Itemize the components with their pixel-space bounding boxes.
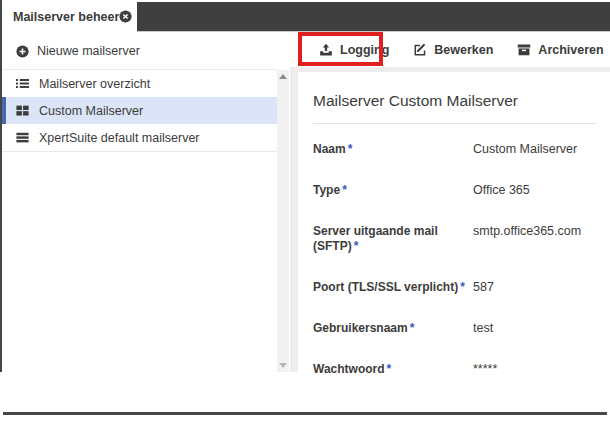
grid-icon: [16, 104, 29, 117]
logging-label: Logging: [340, 43, 389, 57]
logging-button[interactable]: Logging: [307, 33, 401, 67]
tab-close-icon[interactable]: [119, 10, 132, 23]
field-value: Custom Mailserver: [473, 142, 610, 157]
bewerken-label: Bewerken: [434, 43, 493, 57]
field-label: Type*: [313, 183, 473, 198]
field-row-wachtwoord: Wachtwoord* *****: [298, 362, 610, 377]
sidebar-item-xpertsuite-default-mailserver[interactable]: XpertSuite default mailserver: [2, 124, 277, 151]
mailserver-list: Mailserver overzicht Custom Mailserver: [2, 70, 277, 152]
tab-mailserver-beheer[interactable]: Mailserver beheer: [2, 0, 137, 33]
detail-toolbar: Logging Bewerken Archiveren: [298, 33, 610, 67]
new-mailserver-label: Nieuwe mailserver: [37, 44, 140, 58]
bewerken-button[interactable]: Bewerken: [401, 33, 505, 67]
sidebar-item-label: XpertSuite default mailserver: [39, 131, 200, 145]
sidebar: Nieuwe mailserver Mailserver overzicht: [2, 33, 277, 372]
sidebar-item-label: Mailserver overzicht: [39, 77, 150, 91]
field-label: Poort (TLS/SSL verplicht)*: [313, 280, 473, 295]
field-value: test: [473, 321, 610, 336]
field-label: Wachtwoord*: [313, 362, 473, 377]
archiveren-label: Archiveren: [538, 43, 603, 57]
field-label: Server uitgaande mail (SFTP)*: [313, 224, 473, 254]
required-marker: *: [460, 280, 465, 294]
scroll-up-icon[interactable]: [279, 74, 287, 79]
archiveren-button[interactable]: Archiveren: [505, 33, 610, 67]
field-row-gebruikersnaam: Gebruikersnaam* test: [298, 321, 610, 336]
new-mailserver-button[interactable]: Nieuwe mailserver: [2, 33, 277, 70]
sidebar-scrollbar[interactable]: [277, 70, 289, 372]
sidebar-item-label: Custom Mailserver: [39, 104, 143, 118]
scroll-down-icon[interactable]: [279, 363, 287, 368]
field-label: Naam*: [313, 142, 473, 157]
field-value: *****: [473, 362, 610, 377]
mailserver-detail-panel: Mailserver Custom Mailserver Naam* Custo…: [298, 72, 610, 372]
field-list: Naam* Custom Mailserver Type* Office 365…: [298, 142, 610, 377]
tab-title: Mailserver beheer: [13, 10, 119, 24]
plus-circle-icon: [16, 45, 29, 58]
field-row-type: Type* Office 365: [298, 183, 610, 198]
tab-strip-background: [137, 2, 610, 32]
panel-gap-vertical: [290, 67, 298, 372]
field-value: Office 365: [473, 183, 610, 198]
edit-icon: [413, 43, 427, 57]
list-icon: [16, 77, 29, 90]
sidebar-item-custom-mailserver[interactable]: Custom Mailserver: [2, 97, 277, 124]
upload-icon: [319, 43, 333, 57]
server-icon: [16, 131, 29, 144]
app-window: Mailserver beheer Nieuwe mailserver: [0, 0, 610, 422]
required-marker: *: [342, 183, 347, 197]
sidebar-item-mailserver-overzicht[interactable]: Mailserver overzicht: [2, 70, 277, 97]
title-divider: [313, 123, 597, 124]
field-label: Gebruikersnaam*: [313, 321, 473, 336]
required-marker: *: [348, 142, 353, 156]
archive-icon: [517, 43, 531, 57]
field-value: smtp.office365.com: [473, 224, 610, 254]
field-row-poort: Poort (TLS/SSL verplicht)* 587: [298, 280, 610, 295]
required-marker: *: [354, 239, 359, 253]
required-marker: *: [387, 362, 392, 376]
page-title: Mailserver Custom Mailserver: [313, 92, 595, 110]
field-row-naam: Naam* Custom Mailserver: [298, 142, 610, 157]
bottom-separator: [3, 412, 607, 415]
required-marker: *: [410, 321, 415, 335]
field-value: 587: [473, 280, 610, 295]
field-row-server-uitgaande-mail: Server uitgaande mail (SFTP)* smtp.offic…: [298, 224, 610, 254]
